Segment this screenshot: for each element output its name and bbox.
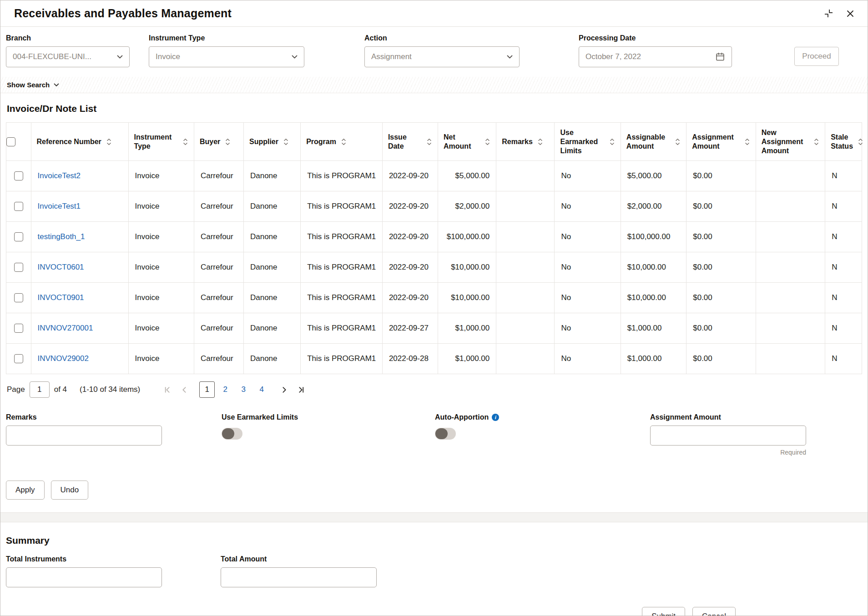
action-row: Apply Undo bbox=[0, 481, 868, 500]
cell-program: This is PROGRAM1 bbox=[301, 252, 383, 283]
sort-icon[interactable] bbox=[858, 138, 863, 146]
column-header-buyer[interactable]: Buyer bbox=[194, 123, 243, 161]
filter-bar: Branch 004-FLEXCUBE-UNI... Instrument Ty… bbox=[0, 27, 868, 77]
sort-icon[interactable] bbox=[537, 138, 543, 146]
table-row: INVOCT0601InvoiceCarrefourDanoneThis is … bbox=[6, 252, 862, 283]
select-all-checkbox[interactable] bbox=[6, 137, 15, 146]
column-header-assignable[interactable]: Assignable Amount bbox=[621, 123, 686, 161]
sort-icon[interactable] bbox=[341, 138, 347, 146]
info-icon[interactable]: i bbox=[492, 414, 499, 421]
reference-link[interactable]: InvoiceTest2 bbox=[38, 171, 81, 180]
last-page-icon[interactable] bbox=[294, 383, 308, 396]
sort-icon[interactable] bbox=[609, 138, 615, 146]
table-row: testingBoth_1InvoiceCarrefourDanoneThis … bbox=[6, 222, 862, 252]
page-number-current[interactable]: 1 bbox=[199, 381, 215, 398]
column-label: Program bbox=[306, 137, 336, 146]
row-checkbox[interactable] bbox=[14, 232, 23, 241]
row-select-cell bbox=[6, 252, 31, 283]
auto-apportion-field: Auto-Apportion i bbox=[435, 413, 499, 440]
chevron-down-icon bbox=[54, 83, 59, 87]
use-earmarked-toggle[interactable] bbox=[222, 428, 242, 440]
column-header-reference[interactable]: Reference Number bbox=[31, 123, 128, 161]
chevron-down-icon bbox=[292, 55, 298, 59]
reference-link[interactable]: INVOCT0901 bbox=[38, 293, 84, 302]
branch-select[interactable]: 004-FLEXCUBE-UNI... bbox=[6, 46, 130, 67]
proceed-button[interactable]: Proceed bbox=[794, 47, 839, 66]
cell-assignable: $1,000.00 bbox=[621, 344, 686, 374]
total-instruments-label: Total Instruments bbox=[6, 555, 162, 563]
page-input[interactable] bbox=[30, 381, 50, 398]
page-number[interactable]: 4 bbox=[254, 381, 269, 398]
row-checkbox[interactable] bbox=[14, 354, 23, 363]
column-header-new_assignment[interactable]: New Assignment Amount bbox=[756, 123, 825, 161]
processing-date-input[interactable]: October 7, 2022 bbox=[579, 46, 732, 67]
column-header-program[interactable]: Program bbox=[301, 123, 383, 161]
row-checkbox[interactable] bbox=[14, 202, 23, 211]
cell-remarks bbox=[496, 191, 555, 222]
cell-stale: N bbox=[825, 344, 862, 374]
submit-button[interactable]: Submit bbox=[642, 607, 685, 616]
cell-issue_date: 2022-09-28 bbox=[382, 344, 438, 374]
row-checkbox[interactable] bbox=[14, 324, 23, 333]
column-label: Assignment Amount bbox=[692, 133, 739, 151]
row-checkbox[interactable] bbox=[14, 293, 23, 302]
page-number[interactable]: 3 bbox=[236, 381, 251, 398]
row-checkbox[interactable] bbox=[14, 171, 23, 180]
column-header-assignment[interactable]: Assignment Amount bbox=[686, 123, 756, 161]
undo-button[interactable]: Undo bbox=[51, 481, 89, 500]
total-instruments-input[interactable] bbox=[6, 567, 162, 587]
cell-new_assignment bbox=[756, 313, 825, 344]
close-icon[interactable] bbox=[844, 7, 857, 20]
reference-link[interactable]: INVNOV29002 bbox=[38, 354, 89, 363]
cell-issue_date: 2022-09-27 bbox=[382, 313, 438, 344]
next-page-icon[interactable] bbox=[278, 383, 291, 396]
column-label: Issue Date bbox=[388, 133, 422, 151]
sort-icon[interactable] bbox=[744, 138, 750, 146]
cell-program: This is PROGRAM1 bbox=[301, 283, 383, 313]
page-number[interactable]: 2 bbox=[217, 381, 233, 398]
assignment-amount-input[interactable] bbox=[650, 426, 806, 446]
total-amount-input[interactable] bbox=[221, 567, 377, 587]
column-header-supplier[interactable]: Supplier bbox=[243, 123, 300, 161]
column-header-remarks[interactable]: Remarks bbox=[496, 123, 555, 161]
action-field: Action Assignment bbox=[364, 34, 520, 67]
assignment-amount-label: Assignment Amount bbox=[650, 413, 806, 421]
cell-use_earmarked: No bbox=[555, 313, 621, 344]
reference-link[interactable]: testingBoth_1 bbox=[38, 232, 85, 241]
reference-link[interactable]: INVOCT0601 bbox=[38, 263, 84, 271]
auto-apportion-toggle[interactable] bbox=[435, 428, 456, 440]
sort-icon[interactable] bbox=[283, 138, 289, 146]
cell-buyer: Carrefour bbox=[194, 283, 243, 313]
column-header-issue_date[interactable]: Issue Date bbox=[382, 123, 438, 161]
column-header-net_amount[interactable]: Net Amount bbox=[438, 123, 496, 161]
apply-button[interactable]: Apply bbox=[6, 481, 45, 500]
sort-icon[interactable] bbox=[106, 138, 112, 146]
previous-page-icon[interactable] bbox=[178, 383, 191, 396]
resize-icon[interactable] bbox=[822, 6, 836, 20]
sort-icon[interactable] bbox=[182, 138, 188, 146]
column-header-instrument_type[interactable]: Instrument Type bbox=[128, 123, 194, 161]
cell-issue_date: 2022-09-20 bbox=[382, 191, 438, 222]
sort-icon[interactable] bbox=[484, 138, 490, 146]
cell-issue_date: 2022-09-20 bbox=[382, 283, 438, 313]
reference-link[interactable]: InvoiceTest1 bbox=[38, 202, 81, 210]
sort-icon[interactable] bbox=[813, 138, 819, 146]
cell-assignment: $0.00 bbox=[686, 191, 756, 222]
column-label: New Assignment Amount bbox=[762, 128, 809, 155]
cancel-button[interactable]: Cancel bbox=[692, 607, 736, 616]
action-select[interactable]: Assignment bbox=[364, 46, 520, 67]
remarks-input[interactable] bbox=[6, 426, 162, 446]
column-header-use_earmarked[interactable]: Use Earmarked Limits bbox=[555, 123, 621, 161]
calendar-icon[interactable] bbox=[715, 52, 725, 62]
show-search-toggle[interactable]: Show Search bbox=[0, 81, 59, 89]
sort-icon[interactable] bbox=[426, 138, 432, 146]
list-title: Invoice/Dr Note List bbox=[7, 103, 861, 114]
sort-icon[interactable] bbox=[225, 138, 231, 146]
column-header-stale[interactable]: Stale Status bbox=[825, 123, 862, 161]
instrument-type-select[interactable]: Invoice bbox=[149, 46, 304, 67]
sort-icon[interactable] bbox=[675, 138, 681, 146]
reference-link[interactable]: INVNOV270001 bbox=[38, 324, 93, 332]
cell-use_earmarked: No bbox=[555, 252, 621, 283]
row-checkbox[interactable] bbox=[14, 263, 23, 272]
first-page-icon[interactable] bbox=[161, 383, 174, 396]
